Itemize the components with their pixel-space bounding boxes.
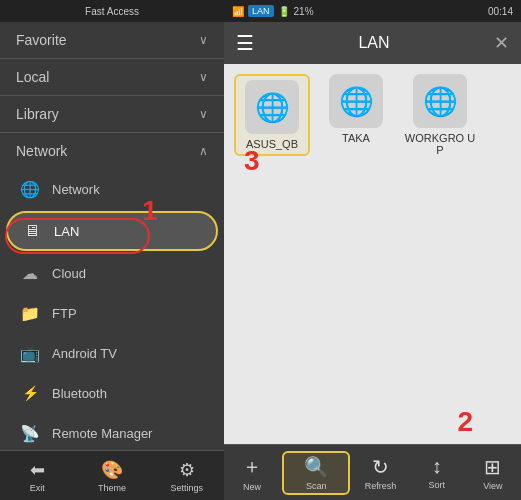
network-item-asus-qb[interactable]: 🌐 ASUS_QB [234,74,310,156]
network-icon: 🌐 [20,179,40,199]
section-local: Local ∨ [0,59,224,96]
sort-icon: ↕ [432,455,442,478]
chevron-network-icon: ∧ [199,144,208,158]
section-network: Network ∧ 🌐 Network 🖥 LAN ☁ Cloud [0,133,224,450]
right-status-bar: 📶 LAN 🔋 21% 00:14 [224,0,521,22]
section-favorite-header[interactable]: Favorite ∨ [0,22,224,58]
view-label: View [483,481,502,491]
sidebar-item-androidtv-label: Android TV [52,346,117,361]
view-icon: ⊞ [484,455,501,479]
sidebar-item-lan[interactable]: 🖥 LAN [6,211,218,251]
remote-icon: 📡 [20,423,40,443]
sidebar-item-bluetooth[interactable]: ⚡ Bluetooth [0,373,224,413]
view-button[interactable]: ⊞ View [465,451,521,495]
new-icon: ＋ [242,453,262,480]
chevron-local-icon: ∨ [199,70,208,84]
sort-label: Sort [428,480,445,490]
section-favorite-label: Favorite [16,32,67,48]
refresh-icon: ↻ [372,455,389,479]
settings-icon: ⚙ [179,459,195,481]
sort-button[interactable]: ↕ Sort [409,451,465,494]
sidebar-item-bluetooth-label: Bluetooth [52,386,107,401]
settings-label: Settings [170,483,203,493]
battery-pct: 21% [294,6,314,17]
section-local-label: Local [16,69,49,85]
exit-icon: ⬅ [30,459,45,481]
taka-icon: 🌐 [329,74,383,128]
ftp-icon: 📁 [20,303,40,323]
right-bottom-bar: ＋ New 🔍 Scan ↻ Refresh ↕ Sort ⊞ View [224,444,521,500]
workgroup-icon: 🌐 [413,74,467,128]
sidebar-item-remote[interactable]: 📡 Remote Manager [0,413,224,450]
sidebar-item-network[interactable]: 🌐 Network [0,169,224,209]
hamburger-icon[interactable]: ☰ [236,31,254,55]
app-title: Fast Access [85,6,139,17]
refresh-label: Refresh [365,481,397,491]
close-icon[interactable]: ✕ [494,32,509,54]
chevron-favorite-icon: ∨ [199,33,208,47]
right-top-bar: ☰ LAN ✕ [224,22,521,64]
menu-list: Favorite ∨ Local ∨ Library ∨ [0,22,224,450]
refresh-button[interactable]: ↻ Refresh [352,451,408,495]
asus-qb-icon: 🌐 [245,80,299,134]
section-library-label: Library [16,106,59,122]
theme-label: Theme [98,483,126,493]
left-bottom-bar: ⬅ Exit 🎨 Theme ⚙ Settings [0,450,224,500]
exit-label: Exit [30,483,45,493]
chevron-library-icon: ∨ [199,107,208,121]
network-item-taka[interactable]: 🌐 TAKA [318,74,394,156]
panel-title: LAN [358,34,389,52]
lan-badge: LAN [248,5,274,17]
exit-button[interactable]: ⬅ Exit [0,459,75,493]
status-left: 📶 LAN 🔋 21% [232,5,314,17]
sidebar-item-androidtv[interactable]: 📺 Android TV [0,333,224,373]
sidebar-item-ftp-label: FTP [52,306,77,321]
section-network-label: Network [16,143,67,159]
theme-icon: 🎨 [101,459,123,481]
settings-button[interactable]: ⚙ Settings [149,459,224,493]
time-display: 00:14 [488,6,513,17]
status-right: 00:14 [488,6,513,17]
battery-icon: 🔋 [278,6,290,17]
annotation-2: 2 [457,406,473,438]
scan-icon: 🔍 [304,455,329,479]
section-library: Library ∨ [0,96,224,133]
theme-button[interactable]: 🎨 Theme [75,459,150,493]
sidebar-item-cloud[interactable]: ☁ Cloud [0,253,224,293]
new-label: New [243,482,261,492]
right-panel: 📶 LAN 🔋 21% 00:14 ☰ LAN ✕ 🌐 ASUS_ [224,0,521,500]
annotation-3: 3 [244,145,260,177]
sidebar-item-network-label: Network [52,182,100,197]
section-library-header[interactable]: Library ∨ [0,96,224,132]
new-button[interactable]: ＋ New [224,449,280,496]
sidebar-item-ftp[interactable]: 📁 FTP [0,293,224,333]
network-content-area: 🌐 ASUS_QB 🌐 TAKA 🌐 WORKGRO UP [224,64,521,444]
taka-label: TAKA [342,132,370,144]
wifi-icon: 📶 [232,6,244,17]
sidebar-item-lan-label: LAN [54,224,79,239]
lan-icon: 🖥 [22,221,42,241]
network-item-workgroup[interactable]: 🌐 WORKGRO UP [402,74,478,156]
annotation-1: 1 [142,195,158,227]
section-favorite: Favorite ∨ [0,22,224,59]
section-network-header[interactable]: Network ∧ [0,133,224,169]
sidebar-item-cloud-label: Cloud [52,266,86,281]
sidebar-item-remote-label: Remote Manager [52,426,152,441]
app-title-bar: Fast Access [0,0,224,22]
section-local-header[interactable]: Local ∨ [0,59,224,95]
cloud-icon: ☁ [20,263,40,283]
workgroup-label: WORKGRO UP [402,132,478,156]
androidtv-icon: 📺 [20,343,40,363]
scan-button[interactable]: 🔍 Scan [282,451,350,495]
scan-label: Scan [306,481,327,491]
left-panel: Fast Access Favorite ∨ Local ∨ [0,0,224,500]
bluetooth-icon: ⚡ [20,383,40,403]
